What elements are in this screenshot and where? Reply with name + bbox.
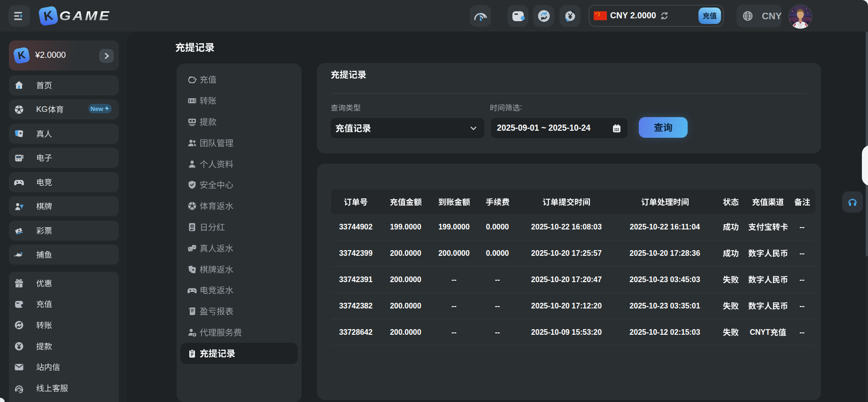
svg-text:777: 777 bbox=[17, 156, 21, 158]
